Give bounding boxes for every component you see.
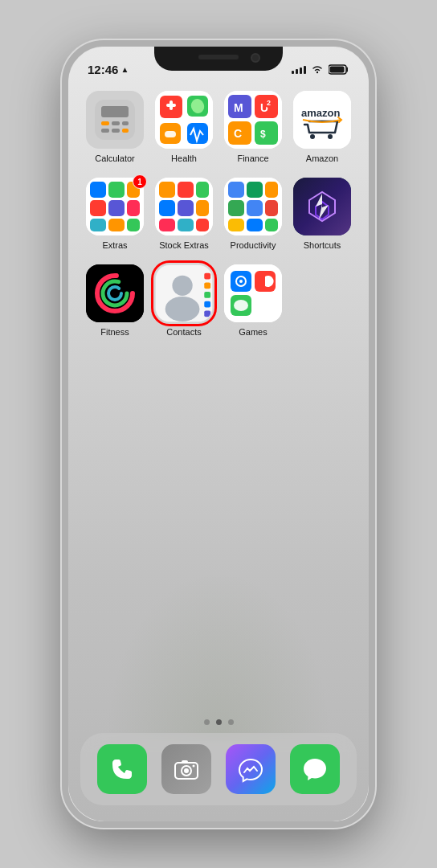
app-item-extras[interactable]: 1 Extras [84,178,145,250]
extras-label: Extras [102,240,127,250]
svg-rect-43 [108,219,125,231]
productivity-icon [224,178,282,235]
svg-rect-72 [204,273,210,280]
stockextras-label: Stock Extras [159,240,209,250]
extras-icon-wrapper: 1 [86,178,144,235]
dock-item-phone[interactable] [97,744,147,794]
status-icons [292,64,349,75]
app-item-shortcuts[interactable]: Shortcuts [292,178,353,250]
svg-rect-47 [178,182,194,198]
contacts-label: Contacts [166,327,201,337]
notch [154,47,283,71]
page-dot-3 [228,719,234,725]
svg-rect-89 [182,760,188,764]
svg-rect-75 [204,301,210,308]
battery-icon [329,64,349,75]
svg-rect-54 [196,219,209,231]
svg-rect-42 [90,219,106,231]
svg-rect-37 [108,182,125,198]
app-item-amazon[interactable]: amazon Amazon [292,91,353,163]
svg-rect-9 [112,129,120,133]
app-grid: Calculator [84,91,353,337]
svg-rect-76 [204,310,210,317]
stockextras-svg [155,178,213,235]
dock-item-messenger[interactable] [226,744,276,794]
health-icon [155,91,213,149]
app-item-fitness[interactable]: Fitness [84,264,145,337]
finance-icon: M U C $ 2 [224,91,282,149]
svg-rect-17 [169,100,173,110]
svg-text:C: C [234,127,242,140]
svg-rect-60 [247,200,263,216]
svg-rect-39 [90,200,106,216]
app-item-finance[interactable]: M U C $ 2 Finance [223,91,284,163]
app-item-health[interactable]: Health [153,91,214,163]
status-time: 12:46 ▲ [88,63,129,76]
svg-rect-40 [108,200,125,216]
camera-dock-icon [161,744,211,794]
messenger-dock-icon [226,744,276,794]
fitness-svg [86,264,144,322]
games-icon [224,264,282,322]
app-item-productivity[interactable]: Productivity [223,178,284,250]
svg-rect-62 [228,219,244,231]
svg-rect-57 [247,182,263,198]
health-svg [155,91,213,149]
svg-rect-46 [159,182,175,198]
svg-rect-66 [86,264,144,322]
dock-item-messages[interactable] [290,744,340,794]
svg-text:2: 2 [267,99,271,107]
app-item-stockextras[interactable]: Stock Extras [153,178,214,250]
svg-text:M: M [234,101,243,114]
page-dot-2 [216,719,222,725]
svg-rect-63 [247,219,263,231]
screen: 12:46 ▲ [68,47,369,821]
svg-point-34 [328,134,333,139]
svg-rect-6 [112,121,120,125]
svg-rect-3 [95,100,135,140]
amazon-label: Amazon [306,154,338,163]
fitness-label: Fitness [100,327,129,337]
svg-rect-24 [255,121,278,145]
svg-rect-56 [228,182,244,198]
page-dots [68,719,369,725]
dock-item-camera[interactable] [161,744,211,794]
svg-rect-7 [122,121,129,125]
shortcuts-svg [293,178,351,235]
svg-rect-48 [196,182,209,198]
app-item-calculator[interactable]: Calculator [84,91,145,163]
svg-rect-59 [228,200,244,216]
finance-svg: M U C $ 2 [224,91,282,149]
svg-rect-50 [178,200,194,216]
time-text: 12:46 [88,63,118,76]
app-item-contacts[interactable]: Contacts [153,264,214,337]
fitness-icon [86,264,144,322]
app-item-games[interactable]: Games [223,264,284,337]
svg-text:$: $ [260,129,266,140]
phone-svg [108,755,137,784]
contacts-icon [155,264,213,322]
svg-rect-61 [265,200,278,216]
svg-rect-2 [330,66,345,72]
finance-label: Finance [237,154,268,163]
productivity-label: Productivity [231,240,276,250]
svg-point-0 [317,72,318,73]
dock [80,733,357,805]
svg-rect-49 [159,200,175,216]
amazon-svg: amazon [293,91,351,149]
signal-icon [292,64,306,74]
svg-point-33 [310,134,315,139]
svg-point-77 [172,276,192,296]
calculator-svg [95,100,135,140]
productivity-svg [224,178,282,235]
games-label: Games [239,327,267,337]
phone-frame: 12:46 ▲ [62,40,375,828]
messenger-svg [236,755,265,784]
calculator-icon [86,91,144,149]
svg-rect-52 [159,219,175,231]
contacts-svg [156,264,212,322]
svg-rect-36 [90,182,106,198]
games-svg [224,264,282,322]
camera-dot [251,53,260,63]
svg-point-85 [234,300,248,311]
